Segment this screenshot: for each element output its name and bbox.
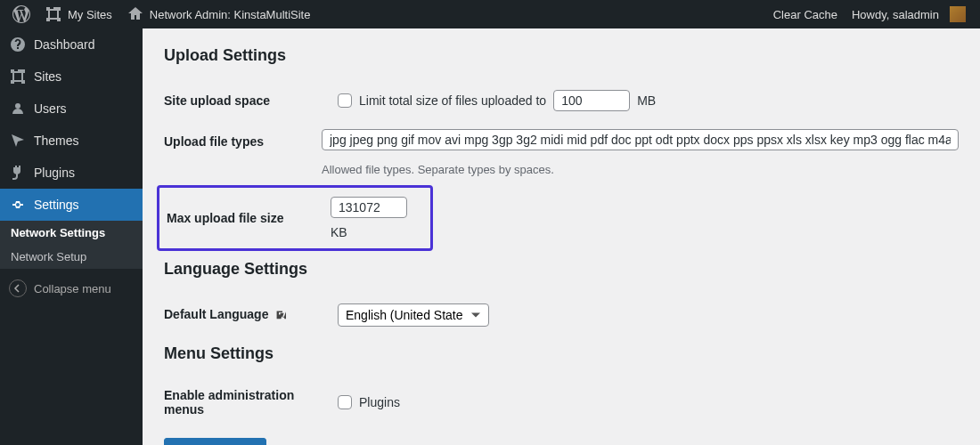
network-admin-label: Network Admin: KinstaMultiSite: [150, 8, 311, 21]
howdy-label: Howdy, saladmin: [852, 8, 939, 21]
row-upload-file-types: Upload file types Allowed file types. Se…: [164, 120, 959, 185]
translate-icon: [275, 309, 290, 323]
admin-bar-left: My Sites Network Admin: KinstaMultiSite: [5, 0, 317, 28]
settings-submenu: Network Settings Network Setup: [0, 221, 143, 269]
my-sites-label: My Sites: [68, 8, 112, 21]
admin-bar-right: Clear Cache Howdy, saladmin: [766, 0, 973, 28]
sidebar-item-dashboard[interactable]: Dashboard: [0, 28, 143, 61]
label-default-language: Default Language: [164, 307, 338, 322]
sidebar-settings-label: Settings: [34, 198, 79, 212]
sites-icon: [9, 68, 27, 85]
themes-icon: [9, 132, 27, 150]
submenu-network-setup[interactable]: Network Setup: [0, 245, 143, 269]
collapse-icon: [9, 279, 27, 297]
clear-cache-label: Clear Cache: [773, 8, 837, 21]
users-icon: [9, 100, 27, 117]
checkbox-limit-upload[interactable]: [338, 93, 352, 108]
desc-upload-file-types: Allowed file types. Separate types by sp…: [322, 163, 554, 176]
sites-icon: [45, 5, 62, 23]
checkbox-plugins-menu[interactable]: [338, 395, 352, 409]
section-language-settings: Language Settings: [164, 260, 959, 279]
highlight-max-upload: Max upload file size KB: [157, 185, 433, 251]
sidebar-item-themes[interactable]: Themes: [0, 125, 143, 157]
sidebar-plugins-label: Plugins: [34, 166, 75, 180]
row-admin-menus: Enable administration menus Plugins: [164, 379, 959, 425]
my-sites-link[interactable]: My Sites: [37, 0, 119, 28]
sidebar-item-sites[interactable]: Sites: [0, 61, 143, 93]
plugins-icon: [9, 164, 27, 182]
dashboard-icon: [9, 36, 27, 53]
sidebar-item-settings[interactable]: Settings: [0, 189, 143, 221]
label-limit-upload: Limit total size of files uploaded to: [359, 93, 546, 108]
save-changes-button[interactable]: Save Changes: [164, 438, 266, 445]
wordpress-icon: [12, 5, 30, 23]
submenu-network-settings[interactable]: Network Settings: [0, 221, 143, 245]
input-upload-space[interactable]: [553, 90, 630, 111]
input-max-upload[interactable]: [331, 197, 407, 218]
sidebar-dashboard-label: Dashboard: [34, 37, 95, 52]
admin-bar: My Sites Network Admin: KinstaMultiSite …: [0, 0, 980, 28]
unit-kb: KB: [331, 225, 347, 239]
row-default-language: Default Language English (United States): [164, 295, 959, 336]
sidebar-users-label: Users: [34, 101, 67, 116]
sidebar-item-plugins[interactable]: Plugins: [0, 157, 143, 189]
clear-cache-link[interactable]: Clear Cache: [766, 0, 845, 28]
sidebar-item-users[interactable]: Users: [0, 93, 143, 125]
howdy-link[interactable]: Howdy, saladmin: [845, 0, 973, 28]
settings-icon: [9, 196, 27, 214]
section-menu-settings: Menu Settings: [164, 344, 959, 363]
sidebar-themes-label: Themes: [34, 134, 79, 148]
network-admin-link[interactable]: Network Admin: KinstaMultiSite: [119, 0, 318, 28]
select-default-language[interactable]: English (United States): [338, 303, 489, 327]
row-site-upload-space: Site upload space Limit total size of fi…: [164, 81, 959, 120]
input-upload-file-types[interactable]: [322, 129, 959, 150]
collapse-menu[interactable]: Collapse menu: [0, 272, 143, 304]
label-upload-file-types: Upload file types: [164, 129, 322, 149]
collapse-label: Collapse menu: [34, 282, 111, 295]
content: Upload Settings Site upload space Limit …: [143, 28, 980, 445]
home-icon: [127, 5, 144, 23]
label-site-upload-space: Site upload space: [164, 93, 338, 108]
section-upload-settings: Upload Settings: [164, 46, 959, 65]
wp-logo-link[interactable]: [5, 0, 37, 28]
unit-mb: MB: [637, 93, 656, 108]
label-max-upload: Max upload file size: [159, 211, 331, 225]
avatar: [950, 6, 966, 22]
label-plugins-checkbox: Plugins: [359, 395, 400, 409]
admin-sidebar: Dashboard Sites Users Themes Plugins Set…: [0, 28, 143, 445]
sidebar-sites-label: Sites: [34, 69, 61, 84]
label-admin-menus: Enable administration menus: [164, 388, 338, 417]
